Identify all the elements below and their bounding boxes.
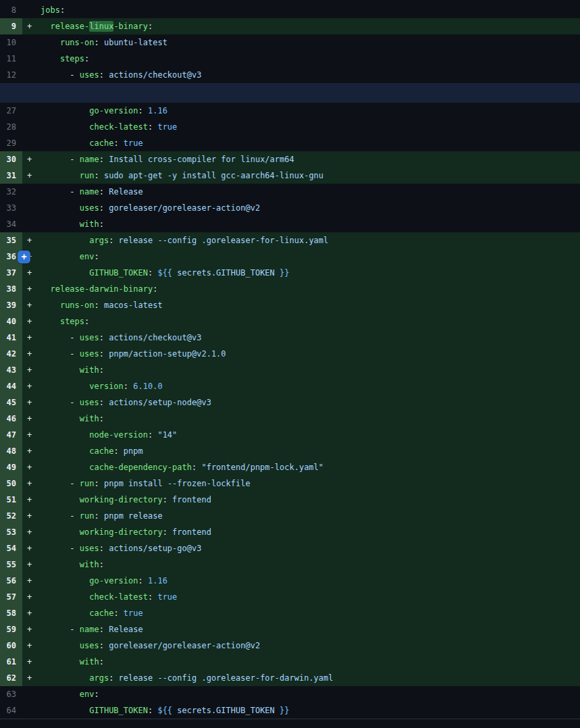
code-indent — [41, 317, 60, 326]
code-indent — [41, 608, 89, 618]
line-number[interactable]: 39 — [0, 297, 22, 313]
code-token-plain: : — [99, 155, 104, 164]
line-number[interactable]: 51 — [0, 492, 22, 508]
line-number[interactable]: 11 — [0, 51, 22, 67]
diff-row-added: 9+ release-linux-binary: — [0, 18, 580, 34]
diff-row-added: 36+ env: — [0, 249, 580, 265]
diff-row-added: 51+ working-directory: frontend — [0, 492, 580, 508]
line-number[interactable]: 46 — [0, 411, 22, 427]
diff-marker: + — [22, 524, 36, 540]
line-number[interactable]: 27 — [0, 103, 22, 119]
code-token-key: cache — [89, 608, 113, 618]
code-token-str: Release — [104, 625, 143, 634]
line-number[interactable]: 43 — [0, 362, 22, 378]
code-token-plain: : — [99, 560, 104, 569]
line-number[interactable]: 8 — [0, 2, 22, 18]
line-number[interactable]: 37 — [0, 265, 22, 281]
line-number[interactable]: 9 — [0, 18, 22, 34]
code-indent — [41, 657, 80, 667]
diff-row-added: 57+ check-latest: true — [0, 589, 580, 605]
line-number[interactable]: 63 — [0, 686, 22, 702]
diff-row-added: 55+ with: — [0, 556, 580, 573]
diff-marker: + — [22, 151, 36, 167]
line-number[interactable]: 48 — [0, 443, 22, 459]
diff-marker: + — [22, 362, 36, 378]
line-number[interactable]: 35 — [0, 232, 22, 249]
code-indent — [41, 219, 80, 229]
line-number[interactable]: 10 — [0, 34, 22, 51]
code-token-key: runs-on — [60, 38, 95, 47]
code-token-const: ${{ — [153, 268, 172, 278]
line-number[interactable]: 42 — [0, 346, 22, 362]
code-token-const: true — [119, 138, 143, 148]
line-number[interactable]: 44 — [0, 378, 22, 394]
code-indent — [41, 641, 80, 650]
code-token-plain: - — [70, 349, 79, 359]
line-number[interactable]: 62 — [0, 670, 22, 686]
code-token-key: with — [80, 365, 99, 375]
diff-marker: + — [22, 508, 36, 524]
code-token-plain: : — [94, 171, 99, 180]
diff-row-added: 40+ steps: — [0, 313, 580, 330]
line-number[interactable]: 55 — [0, 556, 22, 573]
diff-marker: + — [22, 281, 36, 297]
code-token-key: release- — [50, 22, 89, 31]
code-token-plain: : — [148, 22, 153, 31]
code-token-key: env — [80, 252, 95, 261]
line-number[interactable]: 56 — [0, 573, 22, 589]
diff-row-added: 61+ with: — [0, 654, 580, 670]
line-number[interactable]: 30 — [0, 151, 22, 167]
code-token-plain: : — [99, 414, 104, 423]
line-number[interactable]: 32 — [0, 184, 22, 200]
line-number[interactable]: 54 — [0, 540, 22, 556]
diff-row-added: 45+ - uses: actions/setup-node@v3 — [0, 394, 580, 411]
diff-row-added: 47+ node-version: "14" — [0, 427, 580, 443]
line-number[interactable]: 28 — [0, 119, 22, 135]
code-token-plain: : — [99, 203, 104, 213]
expand-hidden-lines-band[interactable] — [0, 83, 580, 103]
code-indent — [41, 446, 89, 456]
diff-marker — [22, 184, 36, 200]
line-number[interactable]: 40 — [0, 313, 22, 330]
line-number[interactable]: 53 — [0, 524, 22, 540]
diff-row-context: 32 - name: Release — [0, 184, 580, 200]
code-indent — [41, 268, 89, 278]
line-number[interactable]: 45 — [0, 394, 22, 411]
line-number[interactable]: 59 — [0, 621, 22, 638]
line-number[interactable]: 33 — [0, 200, 22, 216]
code-indent — [41, 463, 89, 472]
diff-row-added: 49+ cache-dependency-path: "frontend/pnp… — [0, 459, 580, 475]
code-token-key: args — [89, 236, 109, 245]
code-line: - uses: actions/checkout@v3 — [36, 67, 580, 83]
code-token-plain: : — [113, 608, 118, 618]
line-number[interactable]: 41 — [0, 330, 22, 346]
code-token-key: with — [80, 219, 99, 229]
line-number[interactable]: 12 — [0, 67, 22, 83]
code-token-str: Release — [104, 187, 143, 197]
code-line: version: 6.10.0 — [36, 378, 580, 394]
code-token-key: cache-dependency-path — [89, 463, 192, 472]
line-number[interactable]: 47 — [0, 427, 22, 443]
line-number[interactable]: 52 — [0, 508, 22, 524]
line-number[interactable]: 57 — [0, 589, 22, 605]
line-number[interactable]: 61 — [0, 654, 22, 670]
diff-marker: + — [22, 670, 36, 686]
diff-marker — [22, 51, 36, 67]
code-line: runs-on: ubuntu-latest — [36, 34, 580, 51]
line-number[interactable]: 34 — [0, 216, 22, 232]
line-number[interactable]: 29 — [0, 135, 22, 151]
code-line: uses: goreleaser/goreleaser-action@v2 — [36, 200, 580, 216]
line-number[interactable]: 58 — [0, 605, 22, 621]
code-indent — [41, 349, 70, 359]
add-comment-button[interactable]: + — [18, 251, 30, 263]
diff-marker — [22, 200, 36, 216]
code-token-plain: - — [70, 511, 79, 521]
code-token-plain: : — [99, 641, 104, 650]
line-number[interactable]: 64 — [0, 702, 22, 719]
line-number[interactable]: 49 — [0, 459, 22, 475]
line-number[interactable]: 31 — [0, 167, 22, 184]
line-number[interactable]: 60 — [0, 638, 22, 654]
line-number[interactable]: 50 — [0, 475, 22, 492]
diff-row-added: 52+ - run: pnpm release — [0, 508, 580, 524]
line-number[interactable]: 38 — [0, 281, 22, 297]
